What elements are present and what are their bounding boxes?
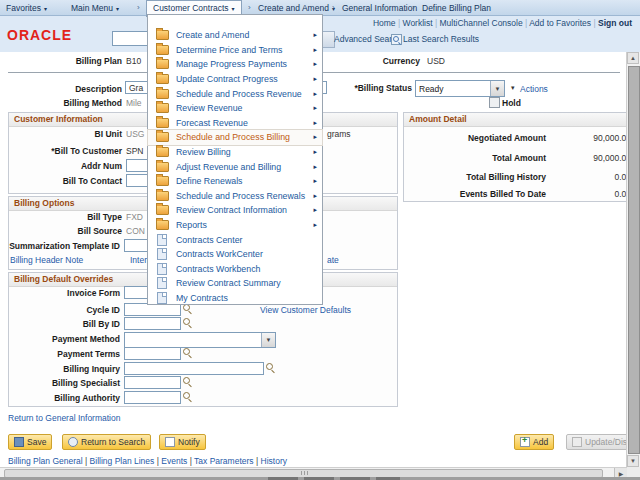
- bill-to-contact-label: Bill To Contact: [12, 176, 122, 186]
- events-link[interactable]: Events: [154, 456, 187, 466]
- menu-item-review-contract-summary[interactable]: Review Contract Summary: [148, 276, 322, 291]
- folder-icon: [156, 191, 169, 201]
- submenu-arrow-icon: ▸: [313, 31, 317, 39]
- dropdown-arrow-icon[interactable]: ▼: [261, 333, 275, 347]
- worklist-link[interactable]: Worklist: [396, 18, 433, 28]
- billing-inquiry-input[interactable]: [124, 362, 264, 375]
- billing-plan-value: B10: [126, 56, 141, 66]
- payment-method-label: Payment Method: [10, 334, 120, 344]
- menu-item-reports[interactable]: Reports▸: [148, 218, 322, 233]
- billing-authority-lookup-icon[interactable]: [183, 392, 193, 402]
- tax-parameters-link[interactable]: Tax Parameters: [187, 456, 253, 466]
- breadcrumb-general-information[interactable]: General Information: [342, 3, 417, 13]
- bill-to-customer-value: SPN: [126, 146, 143, 156]
- return-to-search-label: Return to Search: [81, 437, 145, 447]
- update-display-icon: [572, 437, 582, 447]
- menu-item-review-billing[interactable]: Review Billing▸: [148, 145, 322, 160]
- bi-unit-label: BI Unit: [12, 129, 122, 139]
- menu-item-my-contracts[interactable]: My Contracts: [148, 291, 322, 306]
- dropdown-arrow-icon[interactable]: ▼: [490, 81, 504, 96]
- menu-item-schedule-and-process-renewals[interactable]: Schedule and Process Renewals▸: [148, 189, 322, 204]
- vertical-scrollbar-thumb[interactable]: [628, 66, 640, 454]
- scroll-down-icon[interactable]: ▼: [627, 455, 639, 467]
- menu-item-update-contract-progress[interactable]: Update Contract Progress▸: [148, 72, 322, 87]
- menu-item-manage-progress-payments[interactable]: Manage Progress Payments▸: [148, 57, 322, 72]
- submenu-arrow-icon: ▸: [313, 133, 317, 141]
- multichannel-console-link[interactable]: MultiChannel Console: [433, 18, 523, 28]
- billing-plan-lines-link[interactable]: Billing Plan Lines: [83, 456, 155, 466]
- scroll-up-icon[interactable]: ▲: [627, 52, 639, 64]
- billing-status-select[interactable]: Ready ▼: [415, 80, 505, 97]
- submenu-arrow-icon: ▸: [313, 177, 317, 185]
- sign-out-link[interactable]: Sign out: [591, 18, 632, 28]
- history-link[interactable]: History: [254, 456, 287, 466]
- save-button[interactable]: Save: [8, 434, 52, 450]
- return-to-search-button[interactable]: Return to Search: [62, 434, 151, 450]
- folder-icon: [156, 205, 169, 215]
- folder-icon: [156, 118, 169, 128]
- billing-specialist-input[interactable]: [124, 376, 181, 389]
- home-link[interactable]: Home: [373, 18, 396, 28]
- add-button[interactable]: Add: [514, 434, 554, 450]
- menu-item-schedule-and-process-billing[interactable]: Schedule and Process Billing▸: [148, 130, 322, 145]
- menu-item-schedule-and-process-revenue[interactable]: Schedule and Process Revenue▸: [148, 86, 322, 101]
- billing-specialist-lookup-icon[interactable]: [183, 377, 193, 387]
- breadcrumb-favorites[interactable]: Favorites▾: [6, 3, 47, 13]
- billing-plan-general-link[interactable]: Billing Plan General: [8, 456, 83, 466]
- bill-type-value: FXD: [126, 212, 143, 222]
- menu-item-label: Schedule and Process Revenue: [176, 89, 302, 99]
- last-search-results-icon: [391, 34, 402, 45]
- save-icon: [14, 437, 24, 447]
- menu-item-review-revenue[interactable]: Review Revenue▸: [148, 101, 322, 116]
- menu-item-adjust-revenue-and-billing[interactable]: Adjust Revenue and Billing▸: [148, 159, 322, 174]
- negotiated-amount-label: Negotiated Amount: [416, 133, 546, 143]
- chevron-down-icon: ▾: [44, 6, 47, 12]
- bill-source-label: Bill Source: [12, 226, 122, 236]
- actions-link[interactable]: Actions: [520, 84, 548, 94]
- bill-by-id-lookup-icon[interactable]: [183, 318, 193, 328]
- menu-item-determine-price-and-terms[interactable]: Determine Price and Terms▸: [148, 43, 322, 58]
- billing-method-value: Mile: [126, 98, 142, 108]
- payment-terms-lookup-icon[interactable]: [183, 348, 193, 358]
- breadcrumb-main-menu[interactable]: Main Menu▾: [71, 3, 119, 13]
- page-icon: [157, 292, 167, 304]
- add-to-favorites-link[interactable]: Add to Favorites: [523, 18, 591, 28]
- total-billing-history-label: Total Billing History: [416, 172, 546, 182]
- link-fragment[interactable]: ate: [327, 255, 339, 265]
- last-search-results-link[interactable]: Last Search Results: [403, 34, 479, 44]
- currency-value: USD: [427, 56, 445, 66]
- menu-item-review-contract-information[interactable]: Review Contract Information▸: [148, 203, 322, 218]
- internal-notes-link-fragment[interactable]: Inter: [130, 255, 147, 265]
- menu-item-define-renewals[interactable]: Define Renewals▸: [148, 174, 322, 189]
- menu-item-create-and-amend[interactable]: Create and Amend▸: [148, 28, 322, 43]
- vertical-scrollbar[interactable]: ▲ ▼: [626, 52, 640, 467]
- menu-item-label: Contracts WorkCenter: [176, 249, 263, 259]
- oracle-logo: ORACLE: [7, 27, 72, 43]
- notify-button[interactable]: Notify: [159, 434, 206, 450]
- hold-checkbox[interactable]: [489, 97, 500, 108]
- return-to-search-icon: [68, 437, 78, 447]
- cycle-id-lookup-icon[interactable]: [183, 304, 193, 314]
- menu-item-forecast-revenue[interactable]: Forecast Revenue▸: [148, 116, 322, 131]
- description-value: Gra: [129, 83, 143, 93]
- view-customer-defaults-link[interactable]: View Customer Defaults: [260, 305, 351, 315]
- billing-authority-input[interactable]: [124, 391, 181, 404]
- breadcrumb-create-and-amend[interactable]: Create and Amend▾: [258, 3, 335, 13]
- submenu-arrow-icon: ▸: [313, 192, 317, 200]
- payment-terms-input[interactable]: [124, 347, 181, 360]
- menu-item-label: Forecast Revenue: [176, 118, 248, 128]
- menu-item-contracts-workcenter[interactable]: Contracts WorkCenter: [148, 247, 322, 262]
- return-to-general-information-link[interactable]: Return to General Information: [8, 413, 120, 423]
- description-label: Description: [12, 84, 122, 94]
- bill-source-value: CON: [126, 226, 145, 236]
- menu-item-label: My Contracts: [176, 293, 228, 303]
- folder-icon: [156, 74, 169, 84]
- billing-header-note-link[interactable]: Billing Header Note: [10, 255, 83, 265]
- menu-item-contracts-workbench[interactable]: Contracts Workbench: [148, 262, 322, 277]
- billing-inquiry-lookup-icon[interactable]: [266, 363, 276, 373]
- submenu-arrow-icon: ▸: [313, 90, 317, 98]
- payment-method-select[interactable]: ▼: [124, 332, 276, 348]
- page-icon: [157, 234, 167, 246]
- menu-item-contracts-center[interactable]: Contracts Center: [148, 232, 322, 247]
- bill-by-id-input[interactable]: [124, 317, 181, 330]
